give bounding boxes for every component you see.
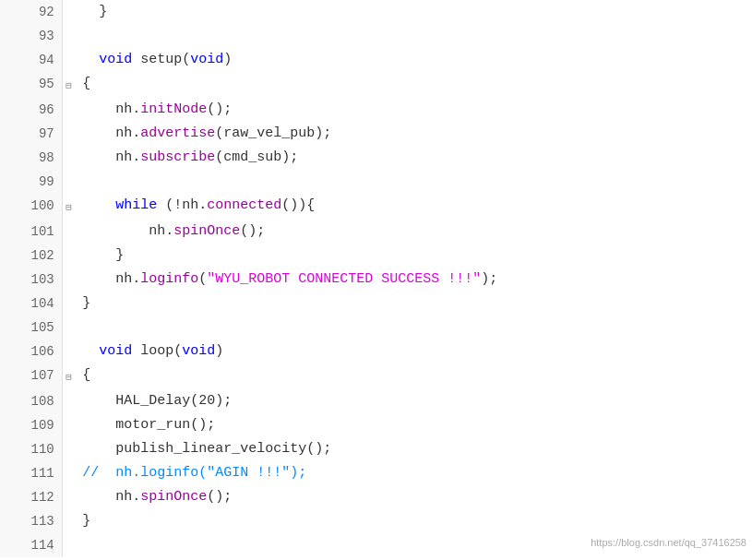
code-line <box>75 316 751 340</box>
fold-gutter[interactable] <box>62 316 75 340</box>
fold-gutter[interactable] <box>62 340 75 363</box>
table-row: 111// nh.loginfo("AGIN !!!"); <box>0 461 752 485</box>
line-number: 108 <box>0 389 62 413</box>
code-line: while (!nh.connected()){ <box>75 194 751 220</box>
code-line: nh.loginfo("WYU_ROBOT CONNECTED SUCCESS … <box>75 268 751 292</box>
code-segment: } <box>82 4 107 19</box>
code-line: nh.spinOnce(); <box>75 220 751 244</box>
line-number: 107 <box>0 363 62 389</box>
code-segment: HAL_Delay(20); <box>82 393 232 409</box>
fold-gutter[interactable] <box>62 244 75 268</box>
code-editor: 92 }93 94 void setup(void)95⊟{96 nh.init… <box>0 0 752 560</box>
fold-gutter[interactable]: ⊟ <box>62 72 75 98</box>
code-segment: (!nh. <box>157 197 207 213</box>
line-number: 110 <box>0 437 62 461</box>
code-segment: ); <box>290 465 306 481</box>
table-row: 98 nh.subscribe(cmd_sub); <box>0 146 752 170</box>
line-number: 93 <box>0 24 62 48</box>
fold-gutter[interactable] <box>62 0 75 24</box>
line-number: 102 <box>0 244 62 268</box>
code-segment: ( <box>198 465 207 481</box>
code-segment: (); <box>207 101 232 117</box>
code-segment: { <box>82 367 90 383</box>
code-segment: subscribe <box>140 149 215 165</box>
code-line: HAL_Delay(20); <box>75 389 751 413</box>
table-row: 109 motor_run(); <box>0 413 752 437</box>
code-segment: while <box>115 197 157 213</box>
code-line: publish_linear_velocity(); <box>75 437 751 461</box>
line-number: 113 <box>0 509 62 533</box>
line-number: 97 <box>0 122 62 146</box>
fold-gutter[interactable]: ⊟ <box>62 194 75 220</box>
code-segment: // nh. <box>82 465 140 481</box>
code-segment <box>82 197 115 213</box>
code-line: motor_run(); <box>75 413 751 437</box>
fold-gutter[interactable]: ⊟ <box>62 363 75 389</box>
line-number: 106 <box>0 340 62 363</box>
line-number: 94 <box>0 48 62 72</box>
code-line: } <box>75 292 751 316</box>
fold-gutter[interactable] <box>62 220 75 244</box>
code-segment: spinOnce <box>140 489 207 505</box>
fold-gutter[interactable] <box>62 509 75 533</box>
code-line: void loop(void) <box>75 340 751 363</box>
table-row: 97 nh.advertise(raw_vel_pub); <box>0 122 752 146</box>
code-segment: void <box>99 343 132 359</box>
table-row: 92 } <box>0 0 752 24</box>
table-row: 94 void setup(void) <box>0 48 752 72</box>
fold-gutter[interactable] <box>62 98 75 122</box>
table-row: 102 } <box>0 244 752 268</box>
table-row: 95⊟{ <box>0 72 752 98</box>
fold-gutter[interactable] <box>62 389 75 413</box>
code-segment: spinOnce <box>173 223 240 239</box>
line-number: 112 <box>0 485 62 509</box>
code-line: { <box>75 363 751 389</box>
line-number: 104 <box>0 292 62 316</box>
code-segment: loginfo <box>140 271 198 287</box>
table-row: 110 publish_linear_velocity(); <box>0 437 752 461</box>
fold-gutter[interactable] <box>62 413 75 437</box>
fold-gutter[interactable] <box>62 146 75 170</box>
code-segment: advertise <box>140 125 215 141</box>
fold-gutter[interactable] <box>62 437 75 461</box>
line-number: 103 <box>0 268 62 292</box>
code-line: nh.spinOnce(); <box>75 485 751 509</box>
code-line <box>75 24 751 48</box>
code-segment: initNode <box>140 101 207 117</box>
fold-gutter[interactable] <box>62 485 75 509</box>
fold-gutter[interactable] <box>62 533 75 557</box>
line-number: 114 <box>0 533 62 557</box>
code-segment: "WYU_ROBOT CONNECTED SUCCESS !!!" <box>207 271 481 287</box>
code-line: // nh.loginfo("AGIN !!!"); <box>75 461 751 485</box>
table-row: 103 nh.loginfo("WYU_ROBOT CONNECTED SUCC… <box>0 268 752 292</box>
fold-gutter[interactable] <box>62 170 75 194</box>
fold-gutter[interactable] <box>62 48 75 72</box>
fold-gutter[interactable] <box>62 268 75 292</box>
code-segment: nh. <box>82 223 173 239</box>
table-row: 112 nh.spinOnce(); <box>0 485 752 509</box>
code-segment <box>82 52 99 67</box>
line-number: 100 <box>0 194 62 220</box>
code-segment: ( <box>198 271 207 287</box>
code-segment: nh. <box>82 101 140 117</box>
watermark: https://blog.csdn.net/qq_37416258 <box>591 530 746 554</box>
code-segment: void <box>182 343 215 359</box>
fold-gutter[interactable] <box>62 122 75 146</box>
code-segment: (); <box>207 489 232 505</box>
fold-gutter[interactable] <box>62 24 75 48</box>
code-segment: { <box>82 76 90 91</box>
code-segment: "AGIN !!!" <box>207 465 290 481</box>
line-number: 109 <box>0 413 62 437</box>
fold-gutter[interactable] <box>62 292 75 316</box>
line-number: 98 <box>0 146 62 170</box>
code-line: } <box>75 0 751 24</box>
code-segment: nh. <box>82 489 140 505</box>
table-row: 106 void loop(void) <box>0 340 752 363</box>
code-segment: } <box>82 247 124 263</box>
code-segment: ) <box>223 52 232 67</box>
code-segment: void <box>190 52 223 67</box>
code-line: nh.initNode(); <box>75 98 751 122</box>
fold-gutter[interactable] <box>62 461 75 485</box>
code-segment: publish_linear_velocity(); <box>82 441 331 457</box>
code-segment: nh. <box>82 125 140 141</box>
